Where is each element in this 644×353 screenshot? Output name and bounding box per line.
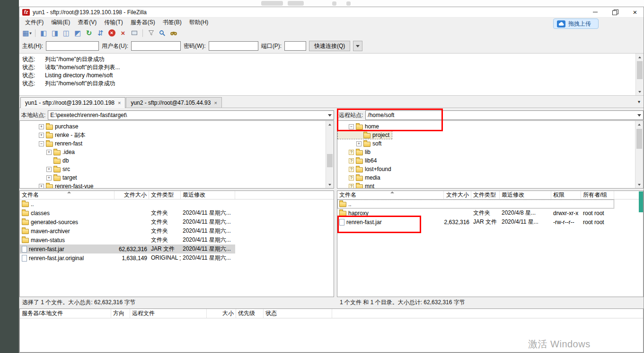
menu-item-4[interactable]: 传输(T) bbox=[100, 18, 126, 27]
combo-dropdown-icon[interactable] bbox=[326, 111, 334, 119]
tree-expander-icon[interactable]: + bbox=[46, 175, 52, 181]
remote-file-row-2[interactable]: haproxy文件夹2020/4/8 星...drwxr-xr-xroot ro… bbox=[337, 208, 614, 217]
remote-column-2[interactable]: 文件大小 bbox=[444, 191, 471, 199]
tree-expander-icon[interactable]: + bbox=[39, 184, 44, 189]
scroll-up-icon[interactable] bbox=[326, 121, 334, 128]
scrollbar-thumb[interactable] bbox=[637, 61, 643, 79]
minimize-button[interactable] bbox=[587, 7, 604, 17]
local-tree-scrollbar[interactable] bbox=[326, 121, 334, 188]
password-input[interactable] bbox=[209, 41, 258, 51]
remote-path-combo[interactable]: /home/soft bbox=[365, 110, 644, 120]
restore-button[interactable] bbox=[607, 7, 624, 17]
close-button[interactable]: × bbox=[626, 7, 644, 17]
menu-item-2[interactable]: 编辑(E) bbox=[47, 18, 74, 27]
port-input[interactable] bbox=[284, 41, 306, 51]
menu-item-7[interactable]: 帮助(H) bbox=[185, 18, 212, 27]
host-input[interactable] bbox=[46, 41, 99, 51]
remote-tree-item-4[interactable]: ?lib bbox=[337, 148, 373, 156]
local-column-1[interactable]: 文件名 bbox=[20, 191, 115, 199]
remote-tree-scrollbar[interactable] bbox=[635, 121, 643, 188]
tree-expander-icon[interactable]: + bbox=[46, 167, 52, 172]
local-file-row-1[interactable]: .. bbox=[20, 199, 235, 208]
compare-icon[interactable] bbox=[157, 28, 168, 38]
remote-tree-item-5[interactable]: ?lib64 bbox=[337, 156, 379, 165]
tree-expander-icon[interactable]: − bbox=[39, 141, 44, 146]
reconnect-icon[interactable] bbox=[129, 28, 140, 38]
tree-expander-icon[interactable]: + bbox=[39, 133, 44, 138]
remote-column-5[interactable]: 权限 bbox=[551, 191, 581, 199]
site-manager-icon[interactable]: ▦▾ bbox=[22, 28, 32, 38]
remote-tree-item-3[interactable]: +soft bbox=[337, 139, 384, 148]
local-path-combo[interactable]: E:\pexetech\renren-fast\target\ bbox=[48, 110, 334, 120]
tree-expander-icon[interactable]: ? bbox=[349, 158, 354, 163]
menu-item-5[interactable]: 服务器(S) bbox=[127, 18, 159, 27]
remote-tree-item-8[interactable]: ?mnt bbox=[337, 182, 377, 189]
scrollbar-thumb[interactable] bbox=[636, 129, 642, 149]
scroll-down-icon[interactable] bbox=[635, 181, 643, 188]
queue-column-1[interactable]: 服务器/本地文件 bbox=[20, 309, 111, 318]
menu-item-6[interactable]: 书签(B) bbox=[159, 18, 185, 27]
remote-column-3[interactable]: 文件类型 bbox=[471, 191, 500, 199]
toggle-remote-tree-icon[interactable]: ◫ bbox=[61, 28, 71, 38]
queue-column-3[interactable]: 远程文件 bbox=[130, 309, 207, 318]
remote-column-1[interactable]: 文件名 bbox=[337, 191, 444, 199]
local-file-row-4[interactable]: maven-archiver文件夹2020/4/11 星期六... bbox=[20, 226, 235, 235]
quickconnect-dropdown-button[interactable] bbox=[353, 41, 362, 51]
tree-expander-icon[interactable]: ? bbox=[349, 167, 354, 172]
local-tree-item-3[interactable]: −renren-fast bbox=[20, 139, 85, 148]
username-input[interactable] bbox=[131, 41, 181, 51]
process-queue-icon[interactable]: ⇵ bbox=[95, 28, 106, 38]
tab-close-icon[interactable]: × bbox=[214, 100, 217, 106]
queue-column-2[interactable]: 方向 bbox=[111, 309, 130, 318]
remote-tree-item-1[interactable]: −home bbox=[337, 122, 382, 131]
disconnect-icon[interactable]: × bbox=[118, 28, 128, 38]
queue-column-4[interactable]: 大小 bbox=[207, 309, 236, 318]
local-column-2[interactable]: 文件大小 bbox=[115, 191, 149, 199]
refresh-icon[interactable]: ↻ bbox=[84, 28, 94, 38]
local-file-row-6[interactable]: renren-fast.jar62,632,316JAR 文件2020/4/11… bbox=[20, 244, 235, 253]
tree-expander-icon[interactable]: + bbox=[39, 124, 44, 129]
tree-expander-icon[interactable]: + bbox=[356, 141, 362, 146]
combo-dropdown-icon[interactable] bbox=[635, 111, 643, 119]
local-tree-item-5[interactable]: db bbox=[20, 156, 71, 165]
tree-expander-icon[interactable]: ? bbox=[349, 150, 354, 155]
log-scrollbar[interactable] bbox=[635, 54, 644, 95]
remote-column-6[interactable]: 所有者/组 bbox=[581, 191, 614, 199]
remote-list-scrollbar-thumb[interactable] bbox=[639, 191, 643, 212]
tab-close-icon[interactable]: × bbox=[118, 100, 121, 106]
remote-tree-item-2[interactable]: project bbox=[337, 131, 392, 139]
search-icon[interactable] bbox=[168, 28, 179, 38]
local-tree-item-7[interactable]: +target bbox=[20, 173, 80, 182]
local-column-4[interactable]: 最近修改 bbox=[181, 191, 235, 199]
filter-icon[interactable] bbox=[146, 28, 156, 38]
drag-upload-badge[interactable]: 拖拽上传 bbox=[553, 18, 599, 29]
local-file-row-2[interactable]: classes文件夹2020/4/11 星期六... bbox=[20, 208, 235, 217]
scroll-down-icon[interactable] bbox=[636, 88, 644, 95]
scroll-up-icon[interactable] bbox=[635, 121, 643, 128]
remote-tree-item-6[interactable]: ?lost+found bbox=[337, 165, 394, 173]
local-column-3[interactable]: 文件类型 bbox=[149, 191, 181, 199]
toggle-message-log-icon[interactable]: ◧ bbox=[38, 28, 49, 38]
local-tree-item-8[interactable]: +renren-fast-vue bbox=[20, 182, 96, 189]
title-bar[interactable]: fz yun1 - sftp://root@139.129.100.198 - … bbox=[19, 7, 644, 18]
menu-item-3[interactable]: 查看(V) bbox=[74, 18, 100, 27]
remote-file-row-3[interactable]: renren-fast.jar62,632,316JAR 文件2020/4/11… bbox=[337, 217, 614, 226]
cancel-icon[interactable]: × bbox=[106, 28, 117, 38]
server-tab-2[interactable]: yun2 - sftp://root@47.105.44.93× bbox=[126, 97, 221, 108]
local-tree-item-6[interactable]: +src bbox=[20, 165, 73, 173]
tab-list-dropdown-icon[interactable]: ▾ bbox=[638, 99, 640, 104]
queue-column-6[interactable]: 状态 bbox=[264, 309, 332, 318]
toggle-local-tree-icon[interactable]: ◨ bbox=[50, 28, 60, 38]
local-tree-item-4[interactable]: +.idea bbox=[20, 148, 78, 156]
scroll-down-icon[interactable] bbox=[326, 181, 334, 188]
local-file-row-3[interactable]: generated-sources文件夹2020/4/11 星期六... bbox=[20, 217, 235, 226]
local-tree-item-2[interactable]: +renke - 副本 bbox=[20, 131, 88, 139]
remote-tree-item-7[interactable]: ?media bbox=[337, 173, 383, 182]
local-tree-item-1[interactable]: +purchase bbox=[20, 122, 81, 131]
tree-expander-icon[interactable]: − bbox=[349, 124, 354, 129]
toggle-queue-icon[interactable]: ◩ bbox=[72, 28, 83, 38]
quickconnect-button[interactable]: 快速连接(Q) bbox=[309, 41, 350, 51]
queue-column-5[interactable]: 优先级 bbox=[236, 309, 264, 318]
tree-expander-icon[interactable]: ? bbox=[349, 175, 354, 181]
remote-file-row-1[interactable]: .. bbox=[337, 199, 614, 208]
